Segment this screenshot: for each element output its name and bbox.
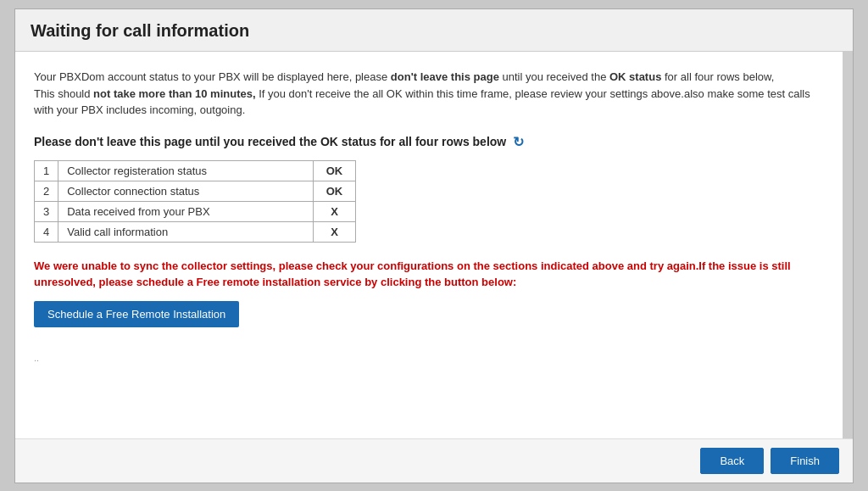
intro-bold-2: OK status <box>609 70 661 83</box>
intro-paragraph: Your PBXDom account status to your PBX w… <box>34 69 824 119</box>
row-num: 3 <box>35 201 58 221</box>
row-status: OK <box>314 181 356 201</box>
row-status: OK <box>314 160 356 181</box>
status-heading-text: Please don't leave this page until you r… <box>34 135 506 148</box>
window-header: Waiting for call information <box>15 9 853 52</box>
window-footer: Back Finish <box>15 438 853 483</box>
error-message: We were unable to sync the collector set… <box>34 258 824 291</box>
table-row: 2 Collector connection status OK <box>35 181 356 201</box>
table-row: 4 Valid call information X <box>35 221 356 242</box>
main-window: Waiting for call information Your PBXDom… <box>14 8 854 483</box>
dots-text: .. <box>34 353 824 363</box>
table-row: 1 Collector registeration status OK <box>35 160 356 181</box>
back-button[interactable]: Back <box>700 448 764 474</box>
intro-bold-3: not take more than 10 minutes, <box>93 87 255 100</box>
window-body: Your PBXDom account status to your PBX w… <box>15 52 853 438</box>
row-label: Collector connection status <box>58 181 314 201</box>
schedule-remote-installation-button[interactable]: Schedule a Free Remote Installation <box>34 301 239 327</box>
row-status: X <box>314 221 356 242</box>
intro-text-2: until you received the <box>499 70 609 83</box>
row-label: Valid call information <box>58 221 314 242</box>
row-label: Data received from your PBX <box>58 201 314 221</box>
row-num: 2 <box>35 181 58 201</box>
row-num: 4 <box>35 221 58 242</box>
refresh-icon[interactable]: ↻ <box>513 134 524 150</box>
table-row: 3 Data received from your PBX X <box>35 201 356 221</box>
finish-button[interactable]: Finish <box>771 448 839 474</box>
row-status: X <box>314 201 356 221</box>
row-num: 1 <box>35 160 58 181</box>
status-heading: Please don't leave this page until you r… <box>34 134 824 150</box>
page-title: Waiting for call information <box>31 21 837 41</box>
intro-bold-1: don't leave this page <box>391 70 499 83</box>
intro-text-1: Your PBXDom account status to your PBX w… <box>34 70 391 83</box>
row-label: Collector registeration status <box>58 160 314 181</box>
status-table: 1 Collector registeration status OK 2 Co… <box>34 160 356 243</box>
